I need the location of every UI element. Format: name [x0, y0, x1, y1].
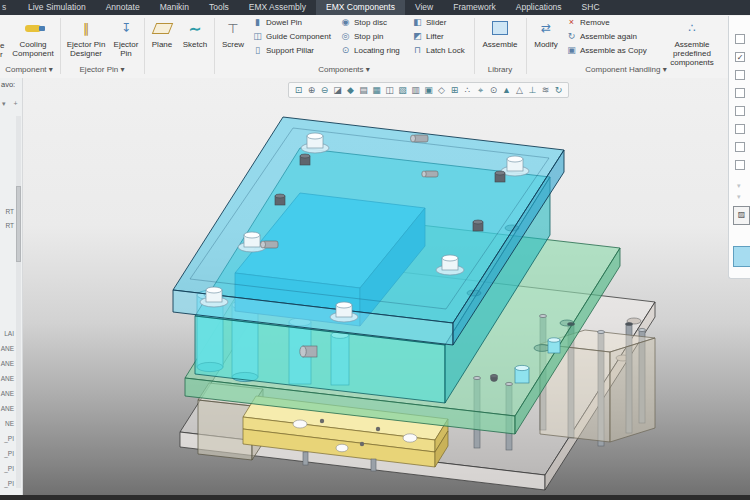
option-checkbox[interactable]: [735, 34, 745, 44]
tree-item[interactable]: NE: [0, 420, 14, 427]
graphics-toolbar-icon[interactable]: ↻: [552, 84, 565, 96]
plane-icon: [151, 23, 172, 34]
sketch-icon: ∼: [189, 24, 202, 33]
graphics-toolbar-icon[interactable]: ◆: [344, 84, 357, 96]
menu-tab[interactable]: View: [405, 0, 443, 15]
graphics-toolbar-icon[interactable]: ⊕: [305, 84, 318, 96]
option-checkbox[interactable]: ✓: [735, 52, 745, 62]
option-checkbox[interactable]: [735, 70, 745, 80]
handling-small-button[interactable]: × Remove: [566, 15, 647, 29]
component-small-button[interactable]: ◎ Stop pin: [340, 29, 400, 43]
plane-button[interactable]: Plane: [146, 16, 178, 62]
tree-item[interactable]: ANE: [0, 360, 14, 367]
option-checkbox[interactable]: [735, 106, 745, 116]
component-small-button[interactable]: ◫ Guide Component: [252, 29, 331, 43]
cooling-component-button[interactable]: Cooling Component: [8, 16, 58, 62]
menu-tab[interactable]: Live Simulation: [18, 0, 96, 15]
library-group-label[interactable]: Library: [477, 65, 523, 74]
graphics-toolbar-icon[interactable]: ▥: [409, 84, 422, 96]
graphics-toolbar-icon[interactable]: ◪: [331, 84, 344, 96]
component-small-button[interactable]: ◧ Slider: [412, 15, 465, 29]
tree-item[interactable]: RT: [0, 222, 14, 229]
graphics-toolbar-icon[interactable]: ≋: [539, 84, 552, 96]
model-tree-panel[interactable]: avo: ▾ + RTRT LAIANEANEANEANEANENE_PI_PI…: [0, 78, 23, 495]
option-checkbox[interactable]: [735, 88, 745, 98]
graphics-toolbar-icon[interactable]: ▣: [422, 84, 435, 96]
menu-tab[interactable]: Applications: [506, 0, 572, 15]
component-small-button[interactable]: ▮ Dowel Pin: [252, 15, 331, 29]
component-icon: ◎: [340, 31, 351, 41]
component-small-button[interactable]: ⊓ Latch Lock: [412, 43, 465, 57]
menu-tab[interactable]: Framework: [443, 0, 506, 15]
handling-small-button[interactable]: ▣ Assemble as Copy: [566, 43, 647, 57]
tree-item[interactable]: _PI: [0, 450, 14, 457]
graphics-toolbar-icon[interactable]: ∴: [461, 84, 474, 96]
ribbon-tab-bar: s Live SimulationAnnotateManikinToolsEMX…: [0, 0, 750, 15]
option-checkbox[interactable]: [735, 142, 745, 152]
tree-item[interactable]: ANE: [0, 390, 14, 397]
tree-item[interactable]: _PI: [0, 465, 14, 472]
tree-item[interactable]: ANE: [0, 345, 14, 352]
menu-tab[interactable]: EMX Assembly: [239, 0, 316, 15]
screw-button[interactable]: ⊤ Screw: [216, 16, 250, 62]
graphics-toolbar-icon[interactable]: ◇: [435, 84, 448, 96]
tree-item[interactable]: LAI: [0, 330, 14, 337]
menu-tab[interactable]: Annotate: [96, 0, 150, 15]
handling-icon: ▣: [566, 45, 577, 55]
ejector-pin-button[interactable]: ↧ Ejector Pin: [110, 16, 142, 62]
graphics-toolbar-icon[interactable]: ▲: [500, 84, 513, 96]
handling-group-label[interactable]: Component Handling ▾: [528, 65, 724, 74]
component-icon: ⊓: [412, 45, 423, 55]
modify-button[interactable]: ⇄ Modify: [528, 16, 564, 62]
group-separator: [214, 18, 215, 74]
component-small-button[interactable]: ◩ Lifter: [412, 29, 465, 43]
component-icon: ◧: [412, 17, 423, 27]
model-tree-scrollbar[interactable]: [16, 116, 21, 488]
assemble-button[interactable]: Assemble: [477, 16, 523, 62]
graphics-toolbar-icon[interactable]: △: [513, 84, 526, 96]
handling-small-button[interactable]: ↻ Assemble again: [566, 29, 647, 43]
group-separator: [474, 18, 475, 74]
panel-thumbnail-icon[interactable]: ▨: [733, 206, 750, 225]
component-icon: ▯: [252, 45, 263, 55]
graphics-toolbar-icon[interactable]: ▤: [357, 84, 370, 96]
graphics-toolbar-icon[interactable]: ▦: [370, 84, 383, 96]
graphics-toolbar-icon[interactable]: ⊞: [448, 84, 461, 96]
moldbase-3d-model[interactable]: [22, 78, 750, 500]
graphics-toolbar-icon[interactable]: ⊖: [318, 84, 331, 96]
screw-icon: ⊤: [227, 24, 238, 33]
component-small-button[interactable]: ⊙ Locating ring: [340, 43, 400, 57]
assemble-icon: [492, 21, 508, 35]
modify-icon: ⇄: [541, 24, 551, 33]
assemble-predefined-button[interactable]: ∴ Assemble predefined components: [660, 16, 724, 62]
sketch-button[interactable]: ∼ Sketch: [178, 16, 212, 62]
menu-tab[interactable]: Tools: [199, 0, 239, 15]
component-small-button[interactable]: ▯ Support Pillar: [252, 43, 331, 57]
tree-item[interactable]: ANE: [0, 375, 14, 382]
components-group-label[interactable]: Components ▾: [216, 65, 472, 74]
clipped-tab-fragment: s: [0, 0, 18, 15]
graphics-toolbar-icon[interactable]: ⊙: [487, 84, 500, 96]
model-tree-scrollbar-thumb[interactable]: [16, 186, 21, 262]
graphics-toolbar-icon[interactable]: ▧: [396, 84, 409, 96]
component-small-button[interactable]: ◉ Stop disc: [340, 15, 400, 29]
option-checkbox[interactable]: [735, 160, 745, 170]
menu-tab[interactable]: SHC: [572, 0, 610, 15]
model-tree-controls[interactable]: ▾ +: [2, 100, 21, 108]
graphics-toolbar-icon[interactable]: ⌖: [474, 84, 487, 96]
emx-options-panel[interactable]: ✓ ▾▾▾▾ ▨: [728, 16, 750, 279]
tree-item[interactable]: ANE: [0, 405, 14, 412]
menu-tab[interactable]: EMX Components: [316, 0, 405, 15]
ejector-pin-designer-button[interactable]: ∥ Ejector Pin Designer: [62, 16, 110, 62]
graphics-toolbar-icon[interactable]: ⊥: [526, 84, 539, 96]
menu-tab[interactable]: Manikin: [150, 0, 199, 15]
component-group-label[interactable]: Component ▾: [0, 65, 58, 74]
tree-item[interactable]: _PI: [0, 480, 14, 487]
tree-item[interactable]: _PI: [0, 435, 14, 442]
tree-item[interactable]: RT: [0, 208, 14, 215]
color-swatch[interactable]: [733, 246, 750, 267]
graphics-toolbar-icon[interactable]: ◫: [383, 84, 396, 96]
graphics-toolbar-icon[interactable]: ⊡: [292, 84, 305, 96]
ejector-group-label[interactable]: Ejector Pin ▾: [62, 65, 142, 74]
option-checkbox[interactable]: [735, 124, 745, 134]
